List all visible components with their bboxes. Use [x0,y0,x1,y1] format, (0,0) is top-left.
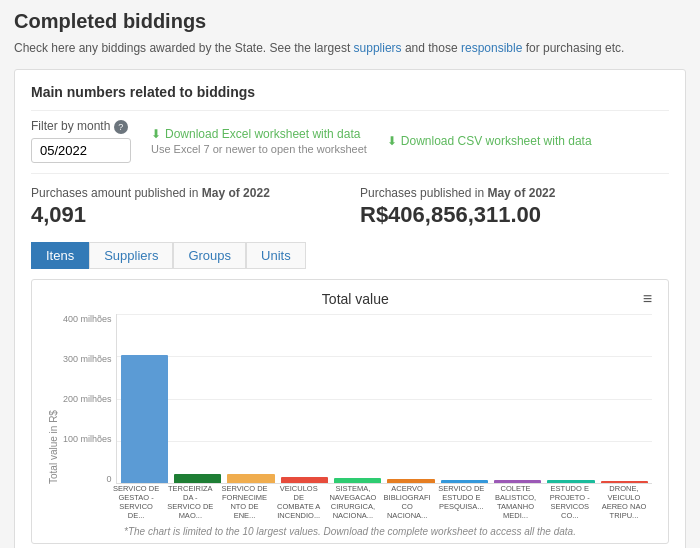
chart-menu-icon[interactable]: ≡ [643,290,652,308]
download-csv-icon: ⬇ [387,134,397,148]
bar-3 [281,477,328,483]
stat-amount-value: R$406,856,311.00 [360,202,669,228]
bars-wrapper [116,314,652,484]
tab-itens[interactable]: Itens [31,242,89,269]
bar-label-9: DRONE, VEICULO AEREO NAO TRIPU... [600,484,648,520]
bar-6 [441,480,488,483]
download-csv-link[interactable]: ⬇ Download CSV worksheet with data [387,134,592,148]
y-tick-100: 100 milhões [63,434,112,444]
y-axis-label: Total value in R$ [48,314,59,484]
download-section: ⬇ Download Excel worksheet with data Use… [151,127,367,155]
stat-amount-label: Purchases published in May of 2022 [360,186,669,200]
bar-label-2: SERVICO DE FORNECIMENTO DE ENE... [220,484,268,520]
tab-groups[interactable]: Groups [173,242,246,269]
stats-row: Purchases amount published in May of 202… [31,186,669,228]
bars-grid [116,314,652,484]
download-csv-section: ⬇ Download CSV worksheet with data [387,134,592,148]
stat-count: Purchases amount published in May of 202… [31,186,340,228]
chart-container: Total value ≡ Total value in R$ 400 milh… [31,279,669,544]
card-title: Main numbers related to biddings [31,84,669,100]
bar-label-8: ESTUDO E PROJETO - SERVICOS CO... [546,484,594,520]
bar-label-7: COLETE BALISTICO, TAMANHO MEDI... [491,484,539,520]
responsible-link[interactable]: responsible [461,41,522,55]
chart-note: *The chart is limited to the 10 largest … [48,526,652,537]
bar-label-1: TERCEIRIZADA - SERVICO DE MAO... [166,484,214,520]
bar-8 [547,480,594,483]
bar-label-3: VEICULOS DE COMBATE A INCENDIO... [275,484,323,520]
bar-0 [121,355,168,483]
stat-count-value: 4,091 [31,202,340,228]
download-excel-icon: ⬇ [151,127,161,141]
filter-help-icon[interactable]: ? [114,120,128,134]
bar-7 [494,480,541,483]
stat-amount: Purchases published in May of 2022 R$406… [360,186,669,228]
bar-2 [227,474,274,483]
bar-5 [387,479,434,483]
y-tick-200: 200 milhões [63,394,112,404]
bar-label-0: SERVICO DE GESTAO - SERVICO DE... [112,484,160,520]
tab-suppliers[interactable]: Suppliers [89,242,173,269]
bar-label-5: ACERVO BIBLIOGRAFICO NACIONA... [383,484,431,520]
bars-row [117,313,652,483]
chart-title: Total value [68,291,643,307]
filter-label: Filter by month ? [31,119,131,134]
download-excel-link[interactable]: ⬇ Download Excel worksheet with data [151,127,367,141]
bar-4 [334,478,381,483]
bar-1 [174,474,221,483]
month-filter-input[interactable] [31,138,131,163]
bar-9 [601,481,648,483]
page-description: Check here any biddings awarded by the S… [14,39,686,57]
y-tick-300: 300 milhões [63,354,112,364]
page-title: Completed biddings [14,10,686,33]
y-tick-400: 400 milhões [63,314,112,324]
tab-units[interactable]: Units [246,242,306,269]
stat-count-label: Purchases amount published in May of 202… [31,186,340,200]
tabs: Itens Suppliers Groups Units [31,242,669,269]
bar-label-6: SERVICO DE ESTUDO E PESQUISA... [437,484,485,520]
suppliers-link[interactable]: suppliers [354,41,402,55]
y-tick-0: 0 [107,474,112,484]
excel-note: Use Excel 7 or newer to open the workshe… [151,143,367,155]
bar-label-4: SISTEMA, NAVEGACAO CIRURGICA, NACIONA... [329,484,377,520]
main-numbers-card: Main numbers related to biddings Filter … [14,69,686,548]
